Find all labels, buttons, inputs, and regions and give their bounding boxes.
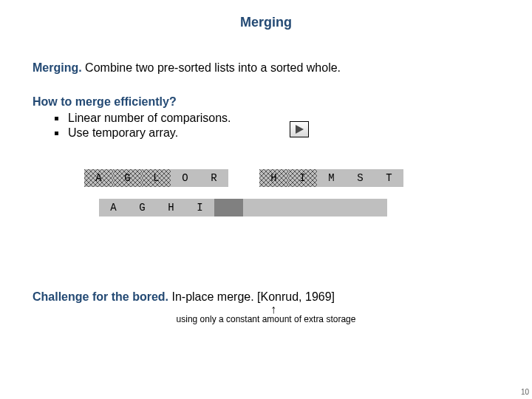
- input-row: A G L O R H I M S T: [84, 169, 499, 187]
- bullet-item: Use temporary array.: [55, 126, 499, 140]
- challenge-line: Challenge for the bored. In-place merge.…: [33, 290, 499, 304]
- bullet-list: Linear number of comparisons. Use tempor…: [55, 112, 499, 140]
- array-cell: [243, 199, 272, 216]
- array-cell: [330, 199, 358, 216]
- array-cell: [214, 199, 243, 216]
- array-cell: G: [128, 199, 157, 216]
- array-cell: [358, 199, 387, 216]
- intro-line: Merging. Combine two pre-sorted lists in…: [33, 61, 499, 75]
- array-cell: I: [288, 169, 317, 187]
- subnote-text: using only a constant amount of extra st…: [177, 314, 356, 324]
- svg-marker-0: [296, 125, 304, 134]
- array-cell: M: [317, 169, 346, 187]
- intro-rest: Combine two pre-sorted lists into a sort…: [82, 61, 341, 74]
- array-cell: O: [171, 169, 200, 187]
- array-cell: [272, 199, 301, 216]
- array-cell: A: [84, 169, 113, 187]
- challenge-label: Challenge for the bored.: [33, 290, 168, 303]
- up-arrow-icon: ↑: [270, 304, 276, 315]
- play-icon: [294, 124, 304, 134]
- array-cell: R: [200, 169, 228, 187]
- question: How to merge efficiently?: [33, 95, 499, 109]
- array-cell: H: [259, 169, 288, 187]
- arrays-area: A G L O R H I M S T: [84, 169, 499, 216]
- array-cell: S: [346, 169, 375, 187]
- array-cell: [301, 199, 330, 216]
- array-cell: H: [157, 199, 185, 216]
- play-button[interactable]: [290, 121, 309, 137]
- array-cell: L: [142, 169, 171, 187]
- subnote-line: ↑ using only a constant amount of extra …: [33, 314, 499, 324]
- intro-label: Merging.: [33, 61, 82, 74]
- array-cell: I: [185, 199, 214, 216]
- challenge-rest: In-place merge. [Konrud, 1969]: [168, 290, 335, 303]
- output-row: A G H I: [99, 199, 499, 216]
- page-number: 10: [521, 388, 529, 396]
- slide-title: Merging: [33, 15, 499, 30]
- array-cell: A: [99, 199, 128, 216]
- array-cell: G: [113, 169, 142, 187]
- array-cell: T: [375, 169, 403, 187]
- bullet-item: Linear number of comparisons.: [55, 112, 499, 125]
